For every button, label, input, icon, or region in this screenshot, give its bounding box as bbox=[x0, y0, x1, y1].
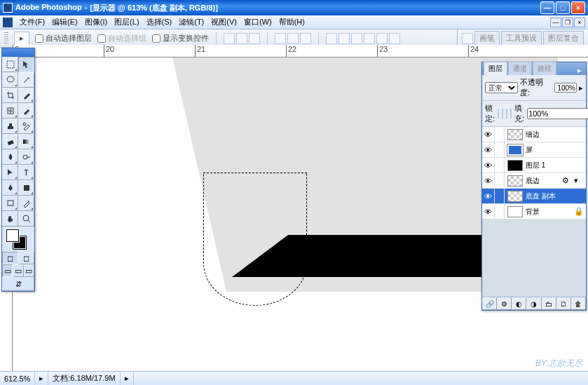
current-tool-indicator[interactable]: ▸ bbox=[14, 32, 29, 46]
menu-edit[interactable]: 编辑(E) bbox=[49, 15, 81, 29]
menu-layer[interactable]: 图层(L) bbox=[111, 15, 142, 29]
crop-tool[interactable] bbox=[2, 88, 18, 103]
blend-mode-select[interactable]: 正常 bbox=[485, 82, 518, 93]
well-tab-layercomps[interactable]: 图层复合 bbox=[543, 31, 584, 46]
tab-channels[interactable]: 通道 bbox=[508, 62, 532, 75]
well-tab-toolpresets[interactable]: 工具预设 bbox=[501, 31, 542, 46]
close-button[interactable]: × bbox=[571, 1, 585, 14]
lock-position-button[interactable] bbox=[506, 109, 507, 119]
tab-layers[interactable]: 图层 bbox=[484, 62, 507, 75]
dodge-tool[interactable] bbox=[18, 149, 34, 165]
gradient-tool[interactable] bbox=[18, 134, 34, 149]
ruler-horizontal[interactable]: 9 20 21 22 23 24 bbox=[13, 45, 588, 58]
options-grip[interactable] bbox=[4, 32, 8, 45]
eraser-tool[interactable] bbox=[2, 134, 18, 149]
new-group-button[interactable]: 🗀 bbox=[542, 297, 556, 310]
layer-row[interactable]: 👁背景🔒 bbox=[482, 204, 586, 219]
zoom-level[interactable]: 612.5% bbox=[0, 372, 35, 385]
system-menu-icon[interactable] bbox=[3, 18, 13, 27]
menu-image[interactable]: 图像(I) bbox=[82, 15, 110, 29]
mdi-minimize-button[interactable]: — bbox=[550, 18, 561, 27]
align-top-icon[interactable] bbox=[224, 33, 235, 44]
opacity-input[interactable] bbox=[554, 83, 577, 93]
visibility-icon[interactable]: 👁 bbox=[482, 127, 495, 142]
layer-row[interactable]: 👁底盘 副本 bbox=[482, 189, 586, 204]
distribute-4-icon[interactable] bbox=[364, 33, 375, 44]
maximize-button[interactable]: □ bbox=[556, 1, 570, 14]
lasso-tool[interactable] bbox=[2, 72, 18, 88]
menu-select[interactable]: 选择(S) bbox=[144, 15, 175, 29]
quickmask-mode-button[interactable]: ◻ bbox=[18, 252, 34, 264]
layer-style-button[interactable]: ⚙ bbox=[497, 297, 512, 310]
healing-tool[interactable] bbox=[2, 103, 18, 119]
status-flyout-icon[interactable]: ▸ bbox=[35, 372, 48, 385]
screen-full-menu-button[interactable]: ▭ bbox=[13, 264, 23, 277]
distribute-1-icon[interactable] bbox=[326, 33, 337, 44]
doc-info[interactable]: 文档:6.18M/17.9M bbox=[48, 372, 120, 385]
standard-mode-button[interactable]: ◻ bbox=[2, 252, 18, 264]
menu-file[interactable]: 文件(F) bbox=[17, 15, 48, 29]
layer-mask-button[interactable]: ◐ bbox=[512, 297, 526, 310]
path-select-tool[interactable] bbox=[2, 165, 18, 180]
delete-layer-button[interactable]: 🗑 bbox=[571, 297, 586, 310]
distribute-2-icon[interactable] bbox=[339, 33, 350, 44]
visibility-icon[interactable]: 👁 bbox=[482, 158, 495, 173]
pen-tool[interactable] bbox=[2, 180, 18, 196]
tab-paths[interactable]: 路径 bbox=[533, 62, 556, 75]
align-hcenter-icon[interactable] bbox=[287, 33, 299, 44]
menu-help[interactable]: 帮助(H) bbox=[276, 15, 308, 29]
foreground-color-swatch[interactable] bbox=[6, 229, 19, 242]
panel-menu-button[interactable]: ▸ bbox=[575, 65, 584, 75]
move-tool[interactable] bbox=[18, 57, 34, 72]
align-bottom-icon[interactable] bbox=[249, 33, 260, 44]
well-tab-brushes[interactable]: 画笔 bbox=[474, 31, 500, 46]
brush-tool[interactable] bbox=[18, 103, 34, 119]
lock-pixels-button[interactable] bbox=[502, 109, 503, 119]
link-layers-button[interactable]: 🔗 bbox=[482, 297, 497, 310]
wand-tool[interactable] bbox=[18, 72, 34, 88]
stamp-tool[interactable] bbox=[2, 119, 18, 134]
layer-row[interactable]: 👁图层 1 bbox=[482, 158, 586, 173]
distribute-5-icon[interactable] bbox=[376, 33, 388, 44]
menu-filter[interactable]: 滤镜(T) bbox=[176, 15, 207, 29]
marquee-tool[interactable] bbox=[2, 57, 18, 72]
align-right-icon[interactable] bbox=[300, 33, 311, 44]
screen-full-button[interactable]: ▭ bbox=[24, 264, 34, 277]
zoom-tool[interactable] bbox=[18, 211, 34, 227]
distribute-6-icon[interactable] bbox=[389, 33, 400, 44]
auto-select-group-checkbox[interactable]: 自动选择组 bbox=[97, 33, 146, 43]
fx-icon[interactable]: ⚙ bbox=[562, 176, 572, 186]
align-vcenter-icon[interactable] bbox=[236, 33, 247, 44]
lock-all-button[interactable] bbox=[510, 109, 512, 119]
mdi-restore-button[interactable]: ❐ bbox=[562, 18, 573, 27]
show-transform-checkbox[interactable]: 显示变换控件 bbox=[152, 33, 209, 43]
eyedropper-tool[interactable] bbox=[18, 196, 34, 211]
visibility-icon[interactable]: 👁 bbox=[482, 142, 495, 157]
type-tool[interactable]: T bbox=[18, 165, 34, 180]
auto-select-layer-checkbox[interactable]: 自动选择图层 bbox=[35, 33, 92, 43]
hand-tool[interactable] bbox=[2, 211, 18, 227]
adjustment-layer-button[interactable]: ◑ bbox=[526, 297, 541, 310]
minimize-button[interactable]: — bbox=[540, 1, 554, 14]
opacity-arrow-icon[interactable]: ▸ bbox=[579, 83, 583, 93]
blur-tool[interactable] bbox=[2, 149, 18, 165]
mdi-close-button[interactable]: × bbox=[574, 18, 585, 27]
visibility-icon[interactable]: 👁 bbox=[482, 173, 495, 188]
screen-standard-button[interactable]: ▭ bbox=[2, 264, 13, 277]
expand-icon[interactable]: ▾ bbox=[574, 176, 584, 186]
lock-transparency-button[interactable] bbox=[498, 109, 499, 119]
notes-tool[interactable] bbox=[2, 196, 18, 211]
fill-input[interactable] bbox=[527, 108, 588, 119]
jump-to-imageready-button[interactable]: ⇵ bbox=[2, 277, 34, 291]
visibility-icon[interactable]: 👁 bbox=[482, 189, 495, 203]
history-brush-tool[interactable] bbox=[18, 119, 34, 134]
layer-row[interactable]: 👁底边⚙▾ bbox=[482, 173, 586, 189]
status-menu-icon[interactable]: ▸ bbox=[121, 372, 134, 385]
visibility-icon[interactable]: 👁 bbox=[482, 204, 495, 219]
color-swatches[interactable] bbox=[2, 227, 34, 252]
menu-view[interactable]: 视图(V) bbox=[208, 15, 240, 29]
layer-row[interactable]: 👁细边 bbox=[482, 127, 586, 142]
align-left-icon[interactable] bbox=[275, 33, 286, 44]
goto-bridge-icon[interactable] bbox=[462, 33, 473, 44]
layer-row[interactable]: 👁屏 bbox=[482, 142, 586, 158]
